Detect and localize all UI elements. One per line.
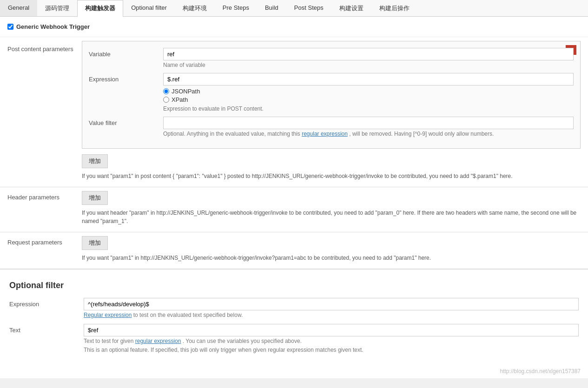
value-filter-row: Value filter Optional. Anything in the e… [89,117,574,137]
filter-text-input[interactable] [84,324,579,336]
value-filter-hint: Optional. Anything in the evaluated valu… [163,131,574,137]
tab-bar: General 源码管理 构建触发器 Optional filter 构建环境 … [0,0,588,17]
jsonpath-label: JSONPath [172,88,200,95]
expression-hint: Expression to evaluate in POST content. [163,105,574,112]
value-filter-label: Value filter [89,117,163,126]
filter-text-label: Text [9,324,84,334]
post-content-label: Post content parameters [7,41,82,53]
tab-post-steps[interactable]: Post Steps [286,0,331,16]
tab-build-env[interactable]: 构建环境 [175,0,215,16]
expression-field: JSONPath XPath Expression to evaluate in… [163,73,574,112]
filter-text-row: Text Text to test for given regular expr… [9,324,579,353]
expression-row: Expression JSONPath XPath [89,73,574,112]
tab-post-build[interactable]: 构建后操作 [371,0,417,16]
tab-trigger[interactable]: 构建触发器 [77,0,123,17]
variable-field: Name of variable [163,48,574,68]
xpath-radio[interactable] [163,97,169,103]
filter-expression-field: Regular expression to test on the evalua… [84,298,579,318]
add-post-param-button[interactable]: 增加 [82,154,108,168]
expression-input[interactable] [163,73,574,85]
filter-expression-link[interactable]: Regular expression [84,312,132,318]
webhook-label: Generic Webhook Trigger [16,23,90,30]
filter-expression-label: Expression [9,298,84,308]
jsonpath-radio-row: JSONPath [163,88,574,95]
variable-row: Variable Name of variable [89,48,574,68]
request-params-label: Request parameters [7,236,82,246]
header-params-label: Header parameters [7,191,82,201]
optional-filter-section: Optional filter Expression Regular expre… [0,273,588,366]
tab-general[interactable]: General [0,0,37,16]
filter-text-hint: Text to test for given regular expressio… [84,338,579,344]
variable-hint: Name of variable [163,62,574,68]
optional-filter-title: Optional filter [9,281,579,290]
jsonpath-radio[interactable] [163,88,169,94]
xpath-label: XPath [172,96,188,103]
value-filter-input[interactable] [163,117,574,129]
tab-build-settings[interactable]: 构建设置 [331,0,371,16]
add-request-param-button[interactable]: 增加 [82,236,108,250]
webhook-trigger-row: Generic Webhook Trigger [7,20,581,35]
variable-label: Variable [89,48,163,58]
value-filter-field: Optional. Anything in the evaluated valu… [163,117,574,137]
tab-optional-filter[interactable]: Optional filter [123,0,175,16]
filter-expression-input[interactable] [84,298,579,310]
filter-expression-row: Expression Regular expression to test on… [9,298,579,318]
filter-text-link[interactable]: regular expression [135,338,181,344]
tab-build[interactable]: Build [257,0,286,16]
webhook-checkbox[interactable] [7,24,13,30]
add-header-param-button[interactable]: 增加 [82,191,108,205]
expression-label: Expression [89,73,163,83]
xpath-radio-row: XPath [163,96,574,103]
watermark: http://blog.csdn.net/xlgen157387 [0,366,588,378]
variable-input[interactable] [163,48,574,60]
filter-expression-hint: Regular expression to test on the evalua… [84,312,579,318]
filter-text-hint3: This is an optional feature. If specifie… [84,347,579,353]
request-params-info: If you want "param1" in http://JENKINS_U… [82,254,581,262]
header-params-info: If you want header "param" in http://JEN… [82,209,581,225]
filter-text-field: Text to test for given regular expressio… [84,324,579,353]
post-content-params-box: x Variable Name of variable Expression [82,41,581,149]
value-filter-link[interactable]: regular expression [302,131,348,137]
main-content: Generic Webhook Trigger Post content par… [0,17,588,378]
expression-type-group: JSONPath XPath [163,88,574,103]
post-params-info: If you want "param1" in post content { "… [82,172,581,180]
tab-pre-steps[interactable]: Pre Steps [215,0,257,16]
tab-source[interactable]: 源码管理 [37,0,77,16]
